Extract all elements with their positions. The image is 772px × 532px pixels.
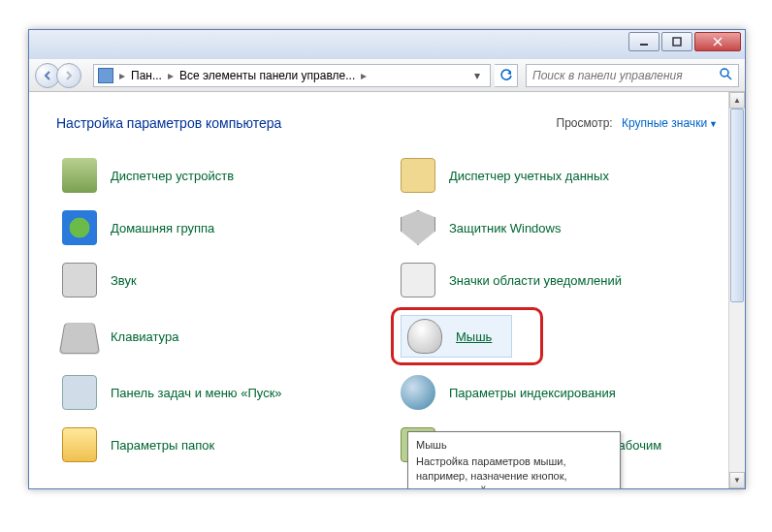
minimize-button[interactable] — [628, 32, 659, 51]
address-bar[interactable]: ▸ Пан... ▸ Все элементы панели управле..… — [93, 64, 491, 87]
tooltip-body: Настройка параметров мыши, например, наз… — [416, 454, 612, 488]
item-notification-icons[interactable]: Значки области уведомлений — [395, 259, 718, 301]
search-box[interactable] — [526, 64, 739, 87]
refresh-button[interactable] — [495, 64, 518, 87]
maximize-button[interactable] — [661, 32, 692, 51]
items-grid: Диспетчер устройств Диспетчер учетных да… — [56, 154, 718, 466]
item-device-manager[interactable]: Диспетчер устройств — [56, 154, 379, 197]
item-label: Параметры индексирования — [449, 386, 616, 400]
item-label: Клавиатура — [111, 329, 178, 344]
item-label: Звук — [111, 273, 137, 288]
item-label: Диспетчер устройств — [111, 169, 234, 183]
item-label: Параметры папок — [111, 438, 214, 453]
content-area: Настройка параметров компьютера Просмотр… — [29, 92, 745, 488]
scrollbar[interactable]: ▲ ▼ — [728, 92, 745, 488]
item-sound[interactable]: Звук — [56, 259, 379, 301]
homegroup-icon — [62, 210, 97, 245]
scroll-down-button[interactable]: ▼ — [729, 472, 745, 488]
item-label: Диспетчер учетных данных — [449, 169, 609, 183]
view-label: Просмотр: — [557, 116, 613, 130]
credential-manager-icon — [401, 158, 435, 193]
forward-button[interactable] — [56, 63, 81, 88]
page-title: Настройка параметров компьютера — [56, 115, 281, 131]
keyboard-icon — [59, 323, 100, 354]
view-dropdown[interactable]: Крупные значки▼ — [622, 116, 718, 130]
breadcrumb-separator-icon: ▸ — [166, 69, 176, 82]
svg-point-4 — [721, 69, 728, 77]
navbar: ▸ Пан... ▸ Все элементы панели управле..… — [29, 59, 745, 92]
nav-back-forward — [35, 62, 89, 89]
window: ▸ Пан... ▸ Все элементы панели управле..… — [28, 29, 746, 489]
item-indexing[interactable]: Параметры индексирования — [395, 371, 718, 414]
item-label: Значки области уведомлений — [449, 273, 622, 288]
item-defender[interactable]: Защитник Windows — [395, 206, 718, 249]
search-input[interactable] — [532, 69, 719, 82]
svg-rect-1 — [673, 38, 681, 46]
chevron-down-icon: ▼ — [709, 119, 718, 129]
control-panel-icon — [98, 68, 113, 83]
address-dropdown-icon[interactable]: ▾ — [468, 69, 486, 82]
folder-options-icon — [62, 427, 97, 462]
tooltip: Мышь Настройка параметров мыши, например… — [407, 431, 621, 488]
breadcrumb-segment[interactable]: Все элементы панели управле... — [176, 69, 359, 82]
mouse-icon — [407, 319, 442, 354]
breadcrumb-segment[interactable]: Пан... — [127, 69, 166, 82]
svg-line-5 — [727, 76, 731, 79]
close-button[interactable] — [694, 32, 741, 51]
item-mouse[interactable]: Мышь — [395, 311, 718, 361]
item-homegroup[interactable]: Домашняя группа — [56, 206, 379, 249]
titlebar — [29, 30, 745, 59]
scroll-up-button[interactable]: ▲ — [729, 92, 745, 109]
item-label: Панель задач и меню «Пуск» — [111, 386, 282, 400]
item-label: Домашняя группа — [111, 221, 214, 235]
item-label: Мышь — [456, 329, 492, 344]
indexing-icon — [401, 375, 435, 410]
sound-icon — [62, 263, 97, 297]
item-credential-manager[interactable]: Диспетчер учетных данных — [395, 154, 718, 197]
item-taskbar[interactable]: Панель задач и меню «Пуск» — [56, 371, 379, 414]
breadcrumb-separator-icon: ▸ — [359, 69, 369, 82]
device-manager-icon — [62, 158, 97, 193]
tooltip-title: Мышь — [416, 438, 612, 453]
notification-icons-icon — [401, 263, 435, 297]
item-keyboard[interactable]: Клавиатура — [56, 311, 379, 361]
search-icon[interactable] — [719, 67, 732, 83]
view-selector: Просмотр: Крупные значки▼ — [557, 116, 718, 130]
defender-icon — [401, 210, 435, 245]
item-label: Защитник Windows — [449, 221, 561, 235]
taskbar-icon — [62, 375, 97, 410]
content-header: Настройка параметров компьютера Просмотр… — [56, 115, 718, 131]
breadcrumb-separator-icon: ▸ — [117, 69, 127, 82]
item-folder-options[interactable]: Параметры папок — [56, 423, 379, 466]
scroll-thumb[interactable] — [730, 109, 744, 302]
